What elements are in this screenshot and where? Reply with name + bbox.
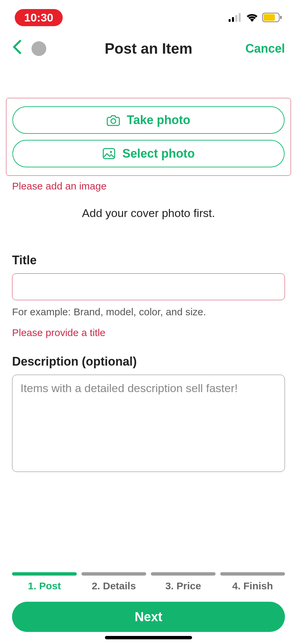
camera-icon (107, 114, 120, 126)
title-section: Title For example: Brand, model, color, … (12, 253, 285, 338)
title-label: Title (12, 253, 285, 267)
next-button[interactable]: Next (12, 602, 285, 632)
photo-error-text: Please add an image (12, 180, 297, 192)
step-label: 4. Finish (220, 580, 285, 592)
step-label: 1. Post (12, 580, 77, 592)
take-photo-button[interactable]: Take photo (12, 106, 285, 134)
svg-point-7 (111, 119, 116, 123)
photo-hint-text: Add your cover photo first. (0, 207, 297, 220)
header: Post an Item Cancel (0, 30, 297, 64)
svg-point-9 (110, 151, 112, 153)
step-finish[interactable]: 4. Finish (220, 572, 285, 592)
status-bar: 10:30 (0, 0, 297, 30)
select-photo-label: Select photo (122, 147, 195, 161)
home-indicator[interactable] (105, 636, 192, 639)
svg-rect-1 (232, 17, 234, 22)
svg-rect-0 (229, 19, 231, 22)
progress-steps: 1. Post 2. Details 3. Price 4. Finish (12, 572, 285, 592)
step-details[interactable]: 2. Details (81, 572, 146, 592)
svg-rect-6 (280, 16, 282, 19)
title-input[interactable] (12, 273, 285, 300)
step-price[interactable]: 3. Price (151, 572, 216, 592)
step-post[interactable]: 1. Post (12, 572, 77, 592)
take-photo-label: Take photo (127, 113, 190, 127)
svg-rect-2 (235, 15, 237, 22)
title-error-text: Please provide a title (12, 327, 285, 338)
status-time: 10:30 (15, 9, 63, 26)
description-label: Description (optional) (12, 355, 285, 369)
image-icon (102, 148, 116, 160)
page-title: Post an Item (105, 40, 192, 57)
header-avatar-placeholder (32, 41, 46, 56)
svg-rect-8 (103, 149, 115, 159)
back-button[interactable] (12, 40, 21, 58)
svg-rect-5 (263, 14, 275, 21)
description-textarea[interactable] (12, 375, 285, 472)
wifi-icon (246, 13, 258, 22)
title-hint-text: For example: Brand, model, color, and si… (12, 306, 285, 318)
bottom-bar: 1. Post 2. Details 3. Price 4. Finish Ne… (0, 572, 297, 644)
description-section: Description (optional) (12, 355, 285, 473)
status-right (229, 13, 282, 22)
photo-upload-box: Take photo Select photo (6, 98, 291, 176)
step-label: 2. Details (81, 580, 146, 592)
cellular-signal-icon (229, 13, 242, 22)
select-photo-button[interactable]: Select photo (12, 140, 285, 167)
svg-rect-3 (239, 13, 241, 22)
battery-icon (262, 13, 282, 22)
cancel-button[interactable]: Cancel (245, 42, 285, 56)
step-label: 3. Price (151, 580, 216, 592)
step-bar (220, 572, 285, 576)
step-bar (151, 572, 216, 576)
step-bar (12, 572, 77, 576)
step-bar (81, 572, 146, 576)
